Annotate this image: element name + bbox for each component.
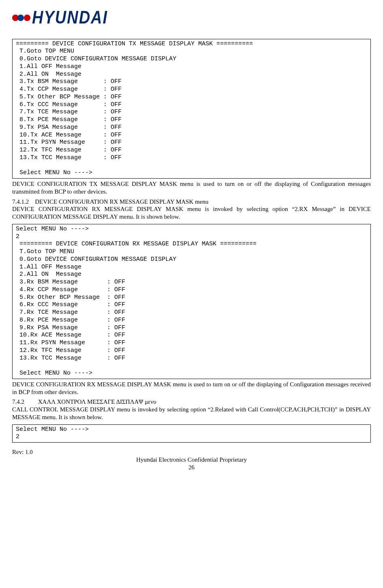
- section-title: DEVICE CONFIGURATION RX MESSAGE DISPLAY …: [35, 198, 208, 205]
- paragraph-rx-intro: DEVICE CONFIGURATION RX MESSAGE DISPLAY …: [12, 205, 371, 221]
- section-number: 7.4.1.2: [12, 198, 29, 205]
- dot-icon: [17, 15, 24, 21]
- footer-confidential: Hyundai Electronics Confidential Proprie…: [12, 456, 371, 464]
- terminal-output-cc: Select MENU No ----> 2: [12, 424, 371, 443]
- section-title: ΧΑΛΛ ΧΟΝΤΡΟΛ ΜΕΣΣΑΓΕ ΔΙΣΠΛΑΨ μενυ: [38, 398, 156, 405]
- terminal-output-rx: Select MENU No ----> 2 ========= DEVICE …: [12, 224, 371, 379]
- dot-icon: [24, 15, 30, 21]
- page-footer: Rev: 1.0 Hyundai Electronics Confidentia…: [12, 448, 371, 471]
- logo-dots: [12, 15, 30, 21]
- paragraph-cc-intro: CALL CONTROL MESSAGE DISPLAY menu is inv…: [12, 406, 371, 421]
- section-heading-cc: 7.4.2 ΧΑΛΛ ΧΟΝΤΡΟΛ ΜΕΣΣΑΓΕ ΔΙΣΠΛΑΨ μενυ: [12, 398, 371, 406]
- footer-rev: Rev: 1.0: [12, 448, 371, 456]
- page-header: HYUNDAI: [12, 8, 371, 28]
- paragraph-tx-desc: DEVICE CONFIGURATION TX MESSAGE DISPLAY …: [12, 180, 371, 196]
- paragraph-rx-desc: DEVICE CONFIGURATION RX MESSAGE DISPLAY …: [12, 381, 371, 396]
- terminal-output-tx: ========= DEVICE CONFIGURATION TX MESSAG…: [12, 39, 371, 179]
- footer-page-number: 26: [12, 464, 371, 471]
- brand-logo: HYUNDAI: [12, 8, 371, 28]
- brand-name: HYUNDAI: [32, 6, 108, 29]
- section-heading-rx: 7.4.1.2 DEVICE CONFIGURATION RX MESSAGE …: [12, 198, 371, 206]
- section-number: 7.4.2: [12, 398, 36, 406]
